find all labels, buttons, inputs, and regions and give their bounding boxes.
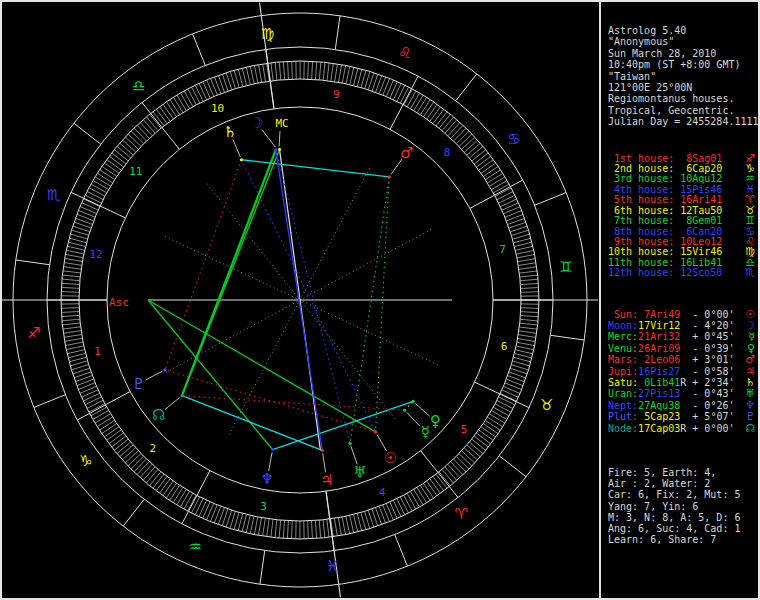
pluto-glyph-icon: ♇: [745, 411, 758, 422]
planet-delta: + 2°34': [686, 377, 734, 388]
stats-line-2: Car: 6, Fix: 2, Mut: 5: [608, 489, 758, 500]
house-row: 12th house: 12Sco50♏: [608, 268, 758, 278]
node-wheel-icon: ☊: [152, 406, 165, 424]
header-line-6: Regiomontanus houses.: [608, 93, 758, 104]
house-number-12: 12: [89, 248, 102, 261]
planet-label: Uran:: [608, 388, 638, 399]
planet-row: Venu:26Ari09 - 0°39'♀: [608, 343, 758, 354]
planet-label: Sun:: [608, 309, 638, 320]
planet-label: Venu:: [608, 343, 638, 354]
house-number-3: 3: [260, 500, 267, 513]
aquarius-sign-icon: ♒: [188, 538, 201, 556]
planet-row: Satu: 0Lib41R + 2°34'♄: [608, 377, 758, 388]
planet-position: 17Cap03: [638, 423, 680, 434]
planet-pointers: [145, 130, 429, 472]
planet-label: Plut:: [608, 411, 638, 422]
planet-delta: - 0°26': [686, 400, 734, 411]
header-line-8: Julian Day = 2455284.1111: [608, 116, 758, 127]
house-number-8: 8: [444, 146, 451, 159]
house-number-6: 6: [501, 340, 508, 353]
planet-position: 7Ari49: [638, 309, 680, 320]
planet-row: Mars: 2Leo06 + 3°01'♂: [608, 354, 758, 365]
planet-delta: - 0°39': [686, 343, 734, 354]
aries-sign-icon: ♈: [454, 505, 467, 523]
neptune-wheel-icon: ♆: [260, 470, 273, 488]
stats-line-5: Ang: 6, Suc: 4, Cad: 1: [608, 523, 758, 534]
planet-position: 21Ari32: [638, 331, 680, 342]
header-line-5: 121°00E 25°00N: [608, 82, 758, 93]
venus-wheel-icon: ♀: [430, 412, 441, 430]
virgo-sign-icon: ♍: [261, 25, 274, 43]
leo-sign-icon: ♌: [398, 44, 411, 62]
ascendant-label: Asc: [109, 296, 129, 309]
house-number-9: 9: [333, 88, 340, 101]
planet-position: 27Pis13: [638, 388, 680, 399]
planet-label: Nept:: [608, 400, 638, 411]
stats-line-3: Yang: 7, Yin: 6: [608, 501, 758, 512]
planet-delta: - 0°43': [686, 388, 734, 399]
planet-label: Node:: [608, 423, 638, 434]
header-line-7: Tropical, Geocentric.: [608, 105, 758, 116]
header-line-1: "Anonymous": [608, 36, 758, 47]
house-table: 1st house: 8Sag01♐ 2nd house: 6Cap20♑ 3r…: [608, 154, 758, 279]
planet-row: Jupi:16Pis27 - 0°58'♃: [608, 366, 758, 377]
mercury-wheel-icon: ☿: [421, 423, 430, 441]
planet-delta: + 0°45': [686, 331, 734, 342]
planet-row: Uran:27Pis13 - 0°43'♅: [608, 388, 758, 399]
pisces-sign-icon: ♓: [326, 557, 339, 575]
planet-row: Node:17Cap03R + 0°00'☊: [608, 423, 758, 434]
planet-label: Mars:: [608, 354, 638, 365]
stats-line-6: Learn: 6, Share: 7: [608, 534, 758, 545]
header-line-2: Sun March 28, 2010: [608, 48, 758, 59]
planet-row: Moon:17Vir12 - 4°20'☽: [608, 320, 758, 331]
scorpio-sign-icon: ♏: [47, 186, 61, 204]
planet-position: 0Lib41: [638, 377, 680, 388]
planet-row: Merc:21Ari32 + 0°45'☿: [608, 331, 758, 342]
cancer-sign-icon: ♋: [507, 130, 520, 148]
angle-labels: AscMC: [109, 117, 289, 309]
planet-delta: - 0°00': [686, 309, 734, 320]
planet-label: Moon:: [608, 320, 638, 331]
moon-wheel-icon: ☽: [250, 114, 263, 132]
gemini-sign-icon: ♊: [559, 258, 572, 276]
planet-label: Merc:: [608, 331, 638, 342]
midheaven-label: MC: [275, 117, 288, 130]
house-cusp-text: 7th house: 8Gem01: [608, 216, 722, 226]
planet-delta: - 4°20': [686, 320, 734, 331]
planet-delta: + 3°01': [686, 354, 734, 365]
uranus-wheel-icon: ♅: [353, 463, 366, 481]
planet-position: 26Ari09: [638, 343, 680, 354]
house-number-11: 11: [129, 165, 142, 178]
planet-position: 5Cap23: [638, 411, 680, 422]
planet-table: Sun: 7Ari49 - 0°00'☉Moon:17Vir12 - 4°20'…: [608, 309, 758, 434]
chart-wheel: ♈♉♊♋♌♍♎♏♐♑♒♓123456789101112☉☽☿♀♂♃♄♅♆♇☊As…: [0, 0, 600, 600]
astrolog-screen: ♈♉♊♋♌♍♎♏♐♑♒♓123456789101112☉☽☿♀♂♃♄♅♆♇☊As…: [0, 0, 760, 600]
header-line-4: "Taiwan": [608, 71, 758, 82]
node-glyph-icon: ☊: [745, 423, 758, 434]
house-number-4: 4: [379, 486, 386, 499]
house-number-1: 1: [94, 345, 101, 358]
libra-sign-icon: ♎: [132, 77, 145, 95]
planet-position: 17Vir12: [638, 320, 680, 331]
planet-position: 16Pis27: [638, 366, 680, 377]
mars-wheel-icon: ♂: [400, 144, 413, 162]
planet-glyph-layer: ☉☽☿♀♂♃♄♅♆♇☊: [132, 114, 441, 489]
stats-line-1: Air : 2, Water: 2: [608, 478, 758, 489]
planet-row: Plut: 5Cap23 + 5°07'♇: [608, 411, 758, 422]
header-line-3: 10:40pm (ST +8:00 GMT): [608, 59, 758, 70]
planet-delta: + 0°00': [686, 423, 734, 434]
sun-wheel-icon: ☉: [384, 449, 397, 467]
house-row: 7th house: 8Gem01♊: [608, 216, 758, 226]
stats-line-0: Fire: 5, Earth: 4,: [608, 467, 758, 478]
planet-position: 2Leo06: [638, 354, 680, 365]
capricorn-sign-icon: ♑: [79, 452, 92, 470]
pluto-wheel-icon: ♇: [132, 375, 145, 393]
planet-delta: - 0°58': [686, 366, 734, 377]
mars-glyph-icon: ♂: [745, 354, 758, 365]
planet-label: Jupi:: [608, 366, 638, 377]
taurus-sign-icon: ♉: [540, 396, 553, 414]
planet-label: Satu:: [608, 377, 638, 388]
info-panel: Astrolog 5.40"Anonymous"Sun March 28, 20…: [601, 0, 758, 600]
stats-line-4: M: 3, N: 8, A: 5, D: 6: [608, 512, 758, 523]
sign-glyph-icon: ♏: [745, 268, 758, 278]
